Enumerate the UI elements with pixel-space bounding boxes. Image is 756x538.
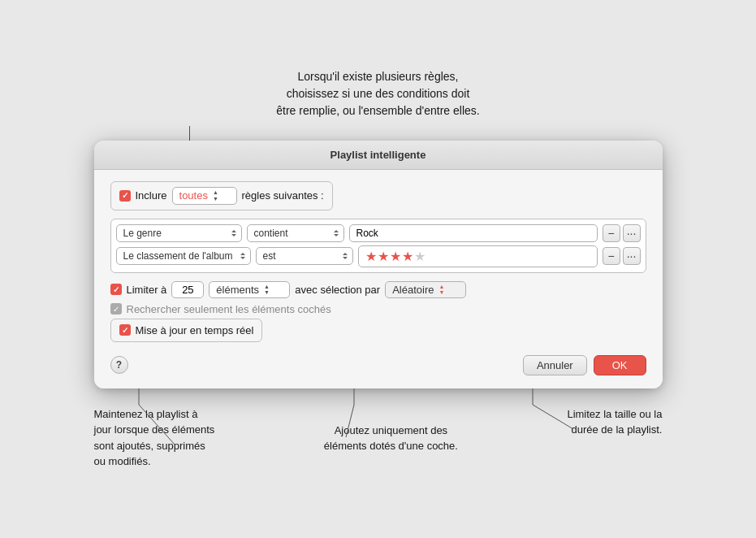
rules-area: Le genre contient − ··· Le classement de… bbox=[110, 219, 646, 273]
rules-label: règles suivantes : bbox=[242, 189, 324, 202]
rule1-remove-btn[interactable]: − bbox=[603, 224, 620, 242]
star-5: ★ bbox=[414, 249, 426, 264]
rule2-operator-select[interactable]: est bbox=[256, 247, 353, 265]
limit-label: Limiter à bbox=[127, 284, 167, 296]
annotation-right: Limitez la taille ou la durée de la play… bbox=[567, 406, 662, 438]
include-label: Inclure bbox=[136, 189, 167, 202]
include-section-bordered: Inclure toutes ▲ ▼ règles suivantes : bbox=[110, 181, 333, 210]
dialog-title: Playlist intelligente bbox=[330, 149, 426, 161]
rule-row-1: Le genre contient − ··· bbox=[116, 224, 641, 242]
limit-selection-stepper[interactable]: Aléatoire ▲ ▼ bbox=[385, 281, 466, 298]
connector-line-top bbox=[189, 126, 190, 141]
star-2: ★ bbox=[378, 249, 389, 264]
help-button[interactable]: ? bbox=[110, 356, 128, 374]
tooltip-top-text: Lorsqu'il existe plusieurs règles, chois… bbox=[276, 70, 479, 117]
rule2-more-btn[interactable]: ··· bbox=[623, 247, 641, 265]
selection-arrows: ▲ ▼ bbox=[438, 284, 444, 296]
ok-button[interactable]: OK bbox=[594, 355, 646, 375]
stepper-arrows: ▲ ▼ bbox=[213, 189, 218, 202]
rule1-operator-select[interactable]: contient bbox=[247, 224, 344, 242]
ok-label: OK bbox=[612, 359, 628, 371]
live-update-label: Mise à jour en temps réel bbox=[136, 324, 254, 336]
limit-unit-stepper[interactable]: éléments ▲ ▼ bbox=[209, 281, 290, 298]
annotation-center: Ajoutez uniquement des éléments dotés d'… bbox=[324, 423, 458, 454]
rule-row-2: Le classement de l'album est ★ ★ ★ ★ ★ bbox=[116, 245, 641, 267]
cancel-button[interactable]: Annuler bbox=[523, 355, 587, 375]
annotation-right-text: Limitez la taille ou la durée de la play… bbox=[567, 408, 662, 436]
rule1-field-select[interactable]: Le genre bbox=[116, 224, 242, 242]
live-update-checkbox[interactable] bbox=[119, 324, 131, 336]
annotation-left: Maintenez la playlist à jour lorsque des… bbox=[94, 406, 215, 470]
rule1-value-input[interactable] bbox=[349, 224, 598, 242]
toutes-stepper[interactable]: toutes ▲ ▼ bbox=[172, 187, 237, 204]
annotation-left-text: Maintenez la playlist à jour lorsque des… bbox=[94, 408, 215, 468]
rule1-actions: − ··· bbox=[603, 224, 641, 242]
dialog-body: Inclure toutes ▲ ▼ règles suivantes : bbox=[94, 170, 663, 388]
rule1-more-btn[interactable]: ··· bbox=[623, 224, 641, 242]
live-update-section: Mise à jour en temps réel bbox=[110, 319, 263, 342]
star-1: ★ bbox=[365, 249, 377, 264]
search-only-label: Rechercher seulement les éléments cochés bbox=[127, 303, 331, 315]
limit-selection-label: avec sélection par bbox=[295, 284, 380, 296]
rule2-remove-btn[interactable]: − bbox=[603, 247, 620, 265]
page-wrapper: Lorsqu'il existe plusieurs règles, chois… bbox=[16, 68, 740, 470]
annotation-center-text: Ajoutez uniquement des éléments dotés d'… bbox=[324, 424, 458, 453]
dialog-footer: ? Annuler OK bbox=[110, 349, 646, 375]
limit-unit-label: éléments bbox=[216, 284, 259, 296]
rule2-actions: − ··· bbox=[603, 247, 641, 265]
star-4: ★ bbox=[402, 249, 413, 264]
rule2-field-select[interactable]: Le classement de l'album bbox=[116, 247, 251, 265]
dialog: Playlist intelligente Inclure toutes ▲ ▼ bbox=[94, 141, 663, 388]
search-only-row: ✓ Rechercher seulement les éléments coch… bbox=[110, 303, 646, 315]
limit-checkbox[interactable] bbox=[110, 284, 122, 295]
limit-row: Limiter à éléments ▲ ▼ avec sélection pa… bbox=[110, 281, 646, 298]
dialog-title-bar: Playlist intelligente bbox=[94, 141, 663, 170]
search-only-checkbox[interactable]: ✓ bbox=[110, 303, 122, 315]
limit-selection-value: Aléatoire bbox=[392, 284, 434, 296]
include-checkbox[interactable] bbox=[119, 190, 131, 202]
toutes-value: toutes bbox=[179, 189, 208, 202]
limit-number-input[interactable] bbox=[171, 281, 204, 298]
tooltip-top: Lorsqu'il existe plusieurs règles, chois… bbox=[276, 68, 479, 119]
star-3: ★ bbox=[390, 249, 401, 264]
cancel-label: Annuler bbox=[537, 359, 573, 371]
limit-unit-arrows: ▲ ▼ bbox=[264, 284, 270, 296]
rule2-stars-display[interactable]: ★ ★ ★ ★ ★ bbox=[358, 245, 598, 267]
help-label: ? bbox=[116, 359, 122, 371]
